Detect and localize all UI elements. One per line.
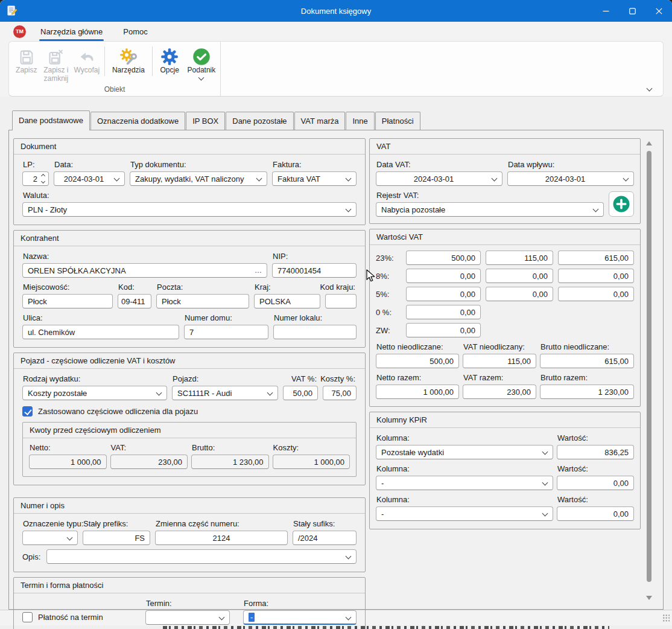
app-window: Dokument księgowy TM Narzędzia główne Po… bbox=[0, 0, 672, 629]
value: 500,00 bbox=[430, 357, 454, 366]
zmienna-czesc-field[interactable]: 2124 bbox=[155, 531, 288, 545]
app-logo[interactable]: TM bbox=[13, 25, 26, 38]
vat0-netto-field[interactable]: 0,00 bbox=[406, 305, 481, 319]
vertical-scrollbar[interactable] bbox=[644, 138, 655, 604]
kwoty-netto-field[interactable]: 1 000,00 bbox=[29, 455, 107, 469]
forma-combo[interactable]: - bbox=[243, 610, 357, 625]
kpir-wartosc-3-field[interactable]: 0,00 bbox=[557, 506, 634, 521]
vat5-netto-field[interactable]: 0,00 bbox=[406, 287, 481, 301]
data-combo[interactable]: 2024-03-01 bbox=[54, 171, 125, 186]
vat-zw-netto-field[interactable]: 0,00 bbox=[406, 323, 481, 337]
scrollbar-thumb[interactable] bbox=[647, 151, 651, 582]
kraj-field[interactable]: POLSKA bbox=[254, 294, 320, 308]
group-numer-i-opis: Numer i opis Oznaczenie typu: Stały pref… bbox=[13, 497, 366, 572]
tab-oznaczenia-dodatkowe[interactable]: Oznaczenia dodatkowe bbox=[90, 112, 185, 130]
vat-nieodliczany-field[interactable]: 115,00 bbox=[463, 354, 536, 368]
netto-razem-field[interactable]: 1 000,00 bbox=[376, 385, 459, 399]
ellipsis-button[interactable]: … bbox=[255, 266, 262, 275]
platnosc-na-termin-checkbox[interactable] bbox=[22, 612, 33, 622]
button-label: Opcje bbox=[160, 66, 179, 75]
podatnik-button[interactable]: Podatnik bbox=[184, 45, 219, 85]
staly-prefiks-field[interactable]: FS bbox=[83, 531, 150, 545]
nip-field[interactable]: 7740001454 bbox=[272, 263, 357, 278]
vat8-brutto-field[interactable]: 0,00 bbox=[558, 269, 634, 283]
ulica-label: Ulica: bbox=[23, 313, 179, 322]
netto-nieodliczane-field[interactable]: 500,00 bbox=[376, 354, 459, 368]
tab-dane-podstawowe[interactable]: Dane podstawowe bbox=[12, 110, 90, 130]
vat8-netto-field[interactable]: 0,00 bbox=[406, 269, 481, 283]
pojazd-combo[interactable]: SC1111R - Audi bbox=[172, 386, 278, 400]
faktura-combo[interactable]: Faktura VAT bbox=[272, 171, 357, 186]
vat-proc-field[interactable]: 50,00 bbox=[283, 386, 318, 400]
ulica-field[interactable]: ul. Chemików bbox=[22, 325, 179, 339]
numer-lokalu-field[interactable] bbox=[273, 325, 357, 339]
ribbon-collapse-chevron-icon[interactable] bbox=[644, 84, 655, 92]
koszty-proc-field[interactable]: 75,00 bbox=[323, 386, 357, 400]
vat23-netto-field[interactable]: 500,00 bbox=[406, 251, 481, 265]
kwoty-vat-field[interactable]: 230,00 bbox=[110, 455, 188, 469]
spinner-arrows-icon[interactable] bbox=[42, 174, 45, 183]
tab-dane-pozostale[interactable]: Dane pozostałe bbox=[226, 112, 293, 130]
data-wplywu-combo[interactable]: 2024-03-01 bbox=[507, 171, 634, 186]
vat5-vat-field[interactable]: 0,00 bbox=[486, 287, 553, 301]
vat23-vat-field[interactable]: 115,00 bbox=[486, 251, 553, 265]
data-vat-combo[interactable]: 2024-03-01 bbox=[376, 171, 502, 186]
close-button[interactable] bbox=[645, 0, 672, 22]
resize-grip[interactable] bbox=[662, 614, 670, 622]
vat-razem-field[interactable]: 230,00 bbox=[463, 385, 536, 399]
scroll-up-icon[interactable] bbox=[646, 141, 652, 145]
lp-spinner[interactable]: 2 bbox=[22, 171, 49, 186]
typ-dokumentu-combo[interactable]: Zakupy, wydatki, VAT naliczony bbox=[130, 171, 267, 186]
vat5-brutto-field[interactable]: 0,00 bbox=[558, 287, 634, 301]
ribbon-tab-pomoc[interactable]: Pomoc bbox=[117, 22, 153, 41]
rodzaj-wydatku-combo[interactable]: Koszty pozostałe bbox=[22, 386, 167, 400]
maximize-button[interactable] bbox=[619, 0, 645, 22]
window-title: Dokument księgowy bbox=[301, 7, 371, 16]
kpir-kolumna-3-combo[interactable]: - bbox=[376, 506, 553, 521]
czesciowe-odliczenia-checkbox[interactable] bbox=[22, 406, 33, 417]
minimize-button[interactable] bbox=[592, 0, 619, 22]
data-label: Data: bbox=[54, 160, 124, 169]
group-kolumny-kpir: Kolumny KPiR Kolumna: Pozostałe wydatki … bbox=[369, 412, 641, 529]
opcje-button[interactable]: Opcje bbox=[155, 45, 183, 85]
tab-vat-marza[interactable]: VAT marża bbox=[294, 112, 346, 130]
brutto-razem-field[interactable]: 1 230,00 bbox=[540, 385, 634, 399]
tab-inne[interactable]: Inne bbox=[346, 112, 374, 130]
value: 1 230,00 bbox=[598, 388, 629, 397]
rejestr-vat-combo[interactable]: Nabycia pozostałe bbox=[376, 202, 604, 217]
chevron-down-icon bbox=[623, 176, 629, 182]
kpir-wartosc-2-field[interactable]: 0,00 bbox=[557, 476, 634, 490]
add-vat-register-button[interactable] bbox=[609, 191, 634, 217]
kpir-kolumna-2-combo[interactable]: - bbox=[376, 476, 553, 490]
value: 1 000,00 bbox=[423, 388, 454, 397]
kwoty-koszty-field[interactable]: 1 000,00 bbox=[273, 455, 350, 469]
kwoty-brutto-field[interactable]: 1 230,00 bbox=[191, 455, 269, 469]
value: Pozostałe wydatki bbox=[381, 448, 444, 457]
termin-combo[interactable] bbox=[145, 610, 230, 625]
netto-nieodliczane-label: Netto nieodliczane: bbox=[376, 342, 458, 351]
chevron-down-icon bbox=[114, 176, 120, 182]
opis-combo[interactable] bbox=[46, 549, 357, 564]
tab-ip-box[interactable]: IP BOX bbox=[186, 112, 225, 130]
nazwa-field[interactable]: ORLEN SPÓŁKA AKCYJNA … bbox=[22, 263, 267, 278]
kod-kraju-field[interactable] bbox=[325, 294, 357, 308]
narzedzia-button[interactable]: Narzędzia bbox=[108, 45, 148, 85]
staly-sufiks-field[interactable]: /2024 bbox=[293, 531, 357, 545]
scroll-down-icon[interactable] bbox=[646, 596, 652, 600]
staly-sufiks-label: Stały sufiks: bbox=[293, 519, 356, 528]
kpir-kolumna-1-combo[interactable]: Pozostałe wydatki bbox=[376, 445, 553, 459]
kpir-wartosc-1-field[interactable]: 836,25 bbox=[557, 445, 634, 459]
group-termin-platnosci: Termin i forma płatności Płatność na ter… bbox=[13, 577, 366, 629]
vat23-brutto-field[interactable]: 615,00 bbox=[558, 251, 634, 265]
kod-field[interactable]: 09-411 bbox=[118, 294, 151, 308]
ribbon-tab-narzedzia-glowne[interactable]: Narzędzia główne bbox=[34, 22, 109, 41]
poczta-field[interactable]: Płock bbox=[156, 294, 249, 308]
ribbon-group-label: Obiekt bbox=[9, 85, 220, 96]
oznaczenie-typu-combo[interactable] bbox=[22, 531, 78, 545]
vat8-vat-field[interactable]: 0,00 bbox=[486, 269, 553, 283]
numer-domu-field[interactable]: 7 bbox=[184, 325, 268, 339]
waluta-combo[interactable]: PLN - Złoty bbox=[22, 202, 357, 217]
brutto-nieodliczane-field[interactable]: 615,00 bbox=[540, 354, 634, 368]
miejscowosc-field[interactable]: Płock bbox=[22, 294, 113, 308]
tab-platnosci[interactable]: Płatności bbox=[375, 112, 420, 130]
